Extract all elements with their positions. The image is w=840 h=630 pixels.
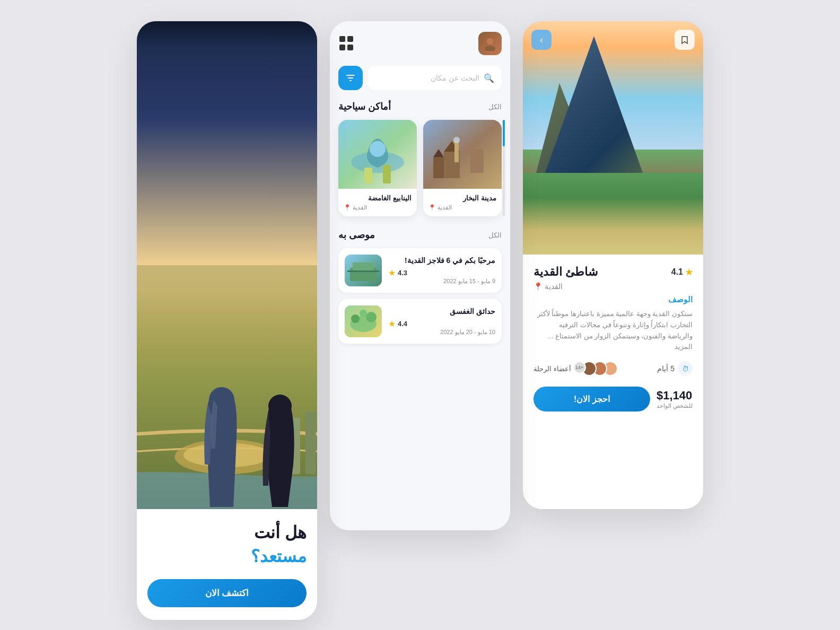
svg-rect-12 (470, 149, 484, 173)
rec-info-1: مرحبًا بكم في 6 فلاجز القدية! 4.3 ★ 9 ما… (388, 256, 495, 285)
svg-rect-10 (433, 157, 444, 178)
place-pin-icon-1: 📍 (428, 204, 436, 211)
rec-title-2: حدائق الغفسق (388, 307, 495, 316)
members-label: أعضاء الرحلة (533, 365, 571, 373)
booking-row: $1,140 للشخص الواحد احجز الان! (533, 387, 693, 412)
place-location-2: القدية 📍 (344, 204, 412, 211)
rec-rating-2: 4.4 ★ (388, 319, 495, 329)
svg-rect-5 (423, 120, 502, 189)
grid-dot (347, 36, 353, 42)
location-row: القدية 📍 (533, 282, 693, 291)
svg-rect-4 (349, 80, 352, 81)
places-section-title: أماكن سياحية (338, 101, 391, 112)
rec-image-2 (345, 305, 382, 337)
svg-rect-8 (454, 141, 459, 162)
rec-date-1: 9 مايو - 15 مايو 2022 (388, 278, 495, 285)
svg-point-0 (487, 38, 493, 45)
right-content-bottom: هل أنت مستعد؟ اكتشف الان (137, 509, 317, 620)
clock-icon: ⏱ (678, 361, 693, 376)
cta-heading: هل أنت (147, 522, 307, 544)
rating-value: 4.1 (671, 267, 683, 277)
svg-rect-21 (347, 270, 379, 272)
grid-dot (339, 36, 345, 42)
price-value: $1,140 (657, 389, 692, 402)
place-card-1[interactable]: مدينة البخار القدية 📍 (423, 120, 502, 216)
recommended-all-link[interactable]: الكل (488, 231, 502, 239)
place-card-2[interactable]: الينابيع الغامضة القدية 📍 (338, 120, 417, 216)
rec-rating-1: 4.3 ★ (388, 268, 495, 278)
star-icon: ★ (388, 319, 396, 329)
place-name-2: الينابيع الغامضة (344, 194, 412, 202)
figure-1 (195, 385, 248, 509)
scrollbar-track (503, 120, 505, 216)
explore-button[interactable]: اكتشف الان (147, 579, 307, 607)
price-subtitle: للشخص الواحد (657, 402, 693, 409)
recommended-section-header: الكل موصى به (338, 229, 502, 241)
right-phone-card: هل أنت مستعد؟ اكتشف الان (137, 21, 317, 620)
place-content: ★ 4.1 شاطئ القدية القدية 📍 الوصف ستكون ا… (523, 255, 703, 424)
places-all-link[interactable]: الكل (488, 103, 502, 111)
description-link[interactable]: الوصف (533, 295, 693, 304)
member-avatars: +14 (576, 361, 618, 376)
star-icon: ★ (388, 268, 396, 278)
svg-point-25 (366, 312, 377, 322)
svg-point-26 (360, 310, 367, 317)
svg-point-1 (485, 46, 495, 51)
top-overlay (137, 21, 317, 48)
rec-date-2: 10 مايو - 20 مايو 2022 (388, 329, 495, 336)
place-title: شاطئ القدية (533, 265, 598, 279)
svg-rect-32 (305, 412, 316, 474)
recommended-section-title: موصى به (338, 229, 375, 241)
figures-group (195, 385, 301, 509)
beach-area (523, 173, 703, 255)
rec-rating-num-1: 4.3 (398, 269, 407, 277)
trip-info: ⏱ 5 أيام +14 أعضاء الرحلة (533, 361, 693, 376)
places-section-header: الكل أماكن سياحية (338, 101, 502, 112)
rec-title-1: مرحبًا بكم في 6 فلاجز القدية! (388, 256, 495, 265)
bookmark-button[interactable] (675, 30, 695, 50)
book-button[interactable]: احجز الان! (533, 387, 650, 412)
grid-dot (347, 45, 353, 50)
svg-rect-20 (353, 262, 374, 270)
middle-phone-card: 🔍 البحث عن مكان الكل أماكن سياحية (330, 21, 510, 530)
star-icon: ★ (685, 267, 693, 277)
search-icon: 🔍 (484, 73, 494, 83)
location-pin-icon: 📍 (533, 282, 542, 291)
filter-button[interactable] (338, 66, 363, 90)
place-location-1: القدية 📍 (428, 204, 496, 211)
rec-image-1 (345, 255, 382, 286)
place-header: ★ 4.1 شاطئ القدية (533, 265, 693, 279)
svg-point-24 (351, 314, 360, 323)
cta-subheading: مستعد؟ (147, 546, 307, 566)
user-avatar[interactable] (478, 32, 502, 55)
description-text: ستكون القدية وجهة عالمية مميزة باعتبارها… (533, 309, 693, 353)
place-card-image-2 (338, 120, 417, 189)
svg-point-9 (453, 137, 460, 143)
place-loc-text-1: القدية (438, 204, 452, 211)
hero-image: › (523, 21, 703, 255)
top-bar (338, 30, 502, 57)
place-loc-text-2: القدية (353, 204, 367, 211)
search-row: 🔍 البحث عن مكان (338, 66, 502, 90)
location-text: القدية (545, 282, 563, 291)
place-pin-icon-2: 📍 (344, 204, 351, 211)
rec-rating-num-2: 4.4 (398, 320, 407, 328)
rec-info-2: حدائق الغفسق 4.4 ★ 10 مايو - 20 مايو 202… (388, 307, 495, 336)
rating-display: ★ 4.1 (671, 267, 693, 277)
chevron-right-icon: › (540, 34, 543, 46)
menu-grid-icon[interactable] (338, 36, 353, 51)
grid-dot (339, 45, 345, 50)
scrollbar-thumb (503, 120, 505, 146)
svg-rect-3 (348, 77, 353, 78)
figure-2 (259, 390, 301, 509)
rec-item-2[interactable]: حدائق الغفسق 4.4 ★ 10 مايو - 20 مايو 202… (338, 299, 502, 344)
avatar-count: +14 (573, 361, 586, 374)
rec-item-1[interactable]: مرحبًا بكم في 6 فلاجز القدية! 4.3 ★ 9 ما… (338, 248, 502, 293)
svg-rect-17 (383, 165, 391, 183)
duration-display: ⏱ 5 أيام (657, 361, 693, 376)
search-box[interactable]: 🔍 البحث عن مكان (368, 66, 502, 90)
next-button[interactable]: › (531, 30, 552, 50)
left-phone-card: › ★ 4.1 شاطئ القدية القدية 📍 الوصف ستكون… (523, 21, 703, 509)
svg-point-15 (370, 141, 386, 157)
place-card-info-1: مدينة البخار القدية 📍 (423, 189, 502, 216)
